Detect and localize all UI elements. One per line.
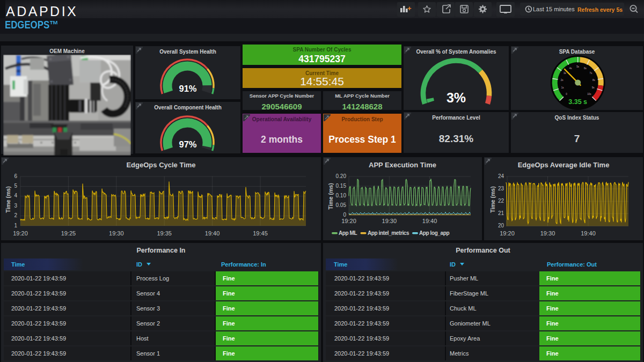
svg-text:10s: 10s bbox=[587, 93, 591, 95]
svg-text:7s: 7s bbox=[590, 72, 593, 75]
svg-text:+: + bbox=[407, 4, 412, 12]
svg-text:2s: 2s bbox=[561, 79, 564, 82]
svg-text:9s: 9s bbox=[592, 86, 595, 89]
svg-text:3s: 3s bbox=[564, 72, 567, 75]
svg-text:1s: 1s bbox=[561, 86, 565, 89]
svg-text:5s: 5s bbox=[576, 65, 580, 68]
svg-text:8s: 8s bbox=[592, 79, 596, 82]
svg-text:3.35 s: 3.35 s bbox=[568, 98, 587, 106]
svg-text:6s: 6s bbox=[584, 67, 587, 70]
svg-text:4s: 4s bbox=[569, 67, 573, 70]
